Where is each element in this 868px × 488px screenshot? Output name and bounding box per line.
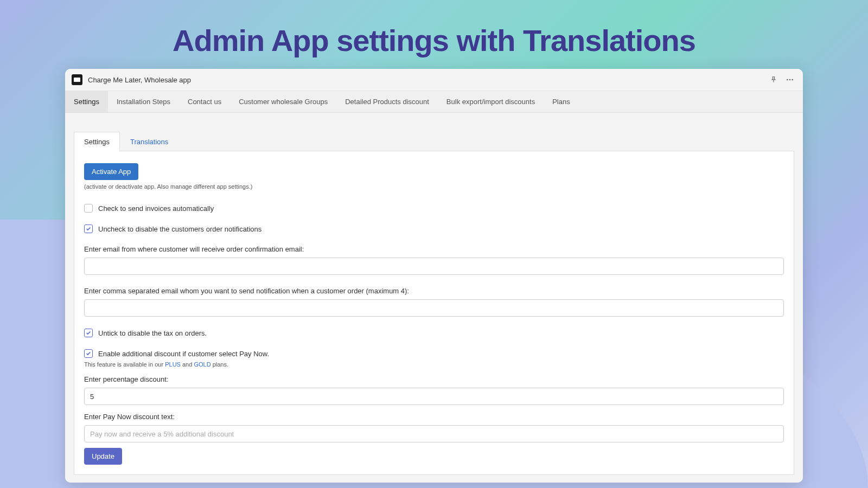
- app-window: Charge Me Later, Wholesale app Settings …: [65, 69, 803, 483]
- hero-title: Admin App settings with Translations: [0, 0, 868, 69]
- subtab-settings[interactable]: Settings: [74, 132, 120, 151]
- checkbox-tax[interactable]: [84, 329, 93, 337]
- svg-point-0: [787, 79, 788, 81]
- app-icon: [72, 74, 82, 85]
- nav-contact-us[interactable]: Contact us: [179, 91, 230, 112]
- row-paynow-text: Enter Pay Now discount text:: [84, 413, 784, 442]
- label-paynow-text: Enter Pay Now discount text:: [84, 413, 784, 421]
- nav-installation-steps[interactable]: Installation Steps: [108, 91, 179, 112]
- settings-panel: Activate App (activate or deactivate app…: [74, 151, 794, 475]
- svg-point-1: [789, 79, 791, 81]
- svg-point-2: [792, 79, 793, 81]
- more-icon[interactable]: [783, 73, 796, 86]
- label-auto-invoice: Check to send invoices automatically: [98, 204, 214, 213]
- content-area: Settings Translations Activate App (acti…: [65, 113, 803, 483]
- nav-wholesale-groups[interactable]: Customer wholesale Groups: [230, 91, 336, 112]
- app-name: Charge Me Later, Wholesale app: [88, 76, 191, 84]
- row-tax: Untick to disable the tax on orders.: [84, 329, 784, 337]
- row-email-from: Enter email from where customer will rec…: [84, 245, 784, 275]
- plan-hint-and: and: [181, 361, 194, 368]
- input-email-from[interactable]: [84, 258, 784, 275]
- label-email-notify: Enter comma separated email whom you wan…: [84, 287, 784, 295]
- checkbox-auto-invoice[interactable]: [84, 204, 93, 213]
- nav-plans[interactable]: Plans: [544, 91, 579, 112]
- row-order-notify: Uncheck to disable the customers order n…: [84, 224, 784, 233]
- input-email-notify[interactable]: [84, 299, 784, 317]
- activate-hint: (activate or deactivate app. Also manage…: [84, 183, 784, 190]
- input-pct-discount[interactable]: [84, 388, 784, 405]
- nav-bulk-discounts[interactable]: Bulk export/import discounts: [438, 91, 544, 112]
- sub-tabs: Settings Translations: [74, 131, 799, 151]
- link-gold-plan[interactable]: GOLD: [194, 361, 210, 368]
- plan-hint: This feature is available in our PLUS an…: [84, 361, 784, 368]
- row-auto-invoice: Check to send invoices automatically: [84, 204, 784, 213]
- checkbox-paynow-discount[interactable]: [84, 349, 93, 358]
- label-pct-discount: Enter percentage discount:: [84, 375, 784, 383]
- plan-hint-suffix: plans.: [211, 361, 228, 368]
- checkbox-order-notify[interactable]: [84, 224, 93, 233]
- input-paynow-text[interactable]: [84, 425, 784, 442]
- link-plus-plan[interactable]: PLUS: [165, 361, 181, 368]
- plan-hint-prefix: This feature is available in our: [84, 361, 165, 368]
- label-paynow-discount: Enable additional discount if customer s…: [98, 350, 269, 358]
- main-nav: Settings Installation Steps Contact us C…: [65, 91, 803, 113]
- activate-app-button[interactable]: Activate App: [84, 163, 138, 180]
- nav-settings[interactable]: Settings: [65, 91, 108, 112]
- row-pct-discount: Enter percentage discount:: [84, 375, 784, 405]
- label-order-notify: Uncheck to disable the customers order n…: [98, 225, 261, 233]
- subtab-translations[interactable]: Translations: [120, 132, 178, 151]
- update-button[interactable]: Update: [84, 448, 122, 465]
- row-paynow-discount: Enable additional discount if customer s…: [84, 349, 784, 358]
- nav-products-discount[interactable]: Detailed Products discount: [336, 91, 438, 112]
- label-email-from: Enter email from where customer will rec…: [84, 245, 784, 253]
- titlebar: Charge Me Later, Wholesale app: [65, 69, 803, 91]
- pin-icon[interactable]: [767, 73, 780, 86]
- row-email-notify: Enter comma separated email whom you wan…: [84, 287, 784, 317]
- label-tax: Untick to disable the tax on orders.: [98, 329, 207, 337]
